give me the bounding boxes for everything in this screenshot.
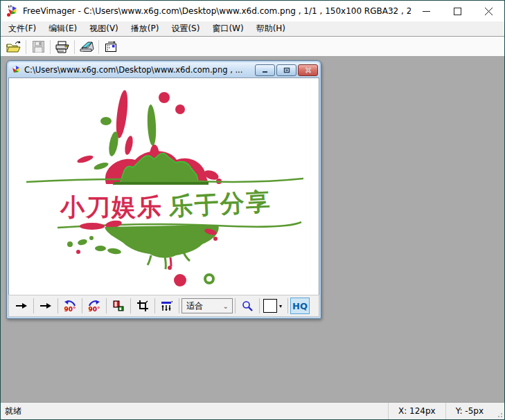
mdi-client-area: C:\Users\www.x6g.com\Desktop\www.x6d.com… <box>1 56 504 403</box>
image-window-title: C:\Users\www.x6g.com\Desktop\www.x6d.com… <box>24 65 254 75</box>
scan-button[interactable] <box>77 39 96 55</box>
crop-icon <box>137 300 148 311</box>
child-restore-icon <box>283 67 290 73</box>
chevron-down-icon: ⌄ <box>223 302 229 310</box>
toolbar-separator <box>98 40 99 54</box>
toolbar-separator <box>50 40 51 54</box>
menu-bar: 文件(F) 编辑(E) 视图(V) 播放(P) 设置(S) 窗口(W) 帮助(H… <box>1 21 504 37</box>
open-icon <box>6 41 21 53</box>
print-button[interactable] <box>53 39 72 55</box>
close-icon <box>485 8 493 15</box>
cursor-y-value: Y: -5px <box>456 406 484 416</box>
prev-icon <box>16 302 27 310</box>
color-depth-icon <box>113 300 124 311</box>
open-button[interactable] <box>4 39 24 55</box>
child-minimize-button[interactable] <box>255 64 275 76</box>
crop-button[interactable] <box>133 297 152 315</box>
menu-settings[interactable]: 设置(S) <box>165 21 206 36</box>
menu-play[interactable]: 播放(P) <box>125 21 166 36</box>
color-depth-button[interactable] <box>109 297 128 315</box>
save-icon <box>33 41 44 53</box>
image-window[interactable]: C:\Users\www.x6g.com\Desktop\www.x6d.com… <box>6 60 321 319</box>
levels-icon <box>161 301 173 311</box>
resize-grip[interactable] <box>493 403 504 419</box>
toolbar-separator <box>33 298 34 313</box>
child-minimize-icon <box>262 67 268 73</box>
minimize-icon <box>423 8 430 15</box>
main-toolbar <box>1 37 504 56</box>
rotate-left-button[interactable]: 90° <box>60 297 80 315</box>
cursor-y-cell: Y: -5px <box>445 403 493 419</box>
zoom-mode-select[interactable]: 适合 ⌄ <box>181 298 233 313</box>
toolbar-separator <box>179 298 179 313</box>
child-restore-button[interactable] <box>276 64 296 76</box>
menu-view[interactable]: 视图(V) <box>83 21 125 36</box>
magnifier-button[interactable] <box>238 297 257 315</box>
maximize-button[interactable] <box>442 1 473 21</box>
window-controls <box>411 1 504 21</box>
rotate-left-label: 90° <box>64 307 76 312</box>
next-image-button[interactable] <box>36 297 55 315</box>
cursor-x-cell: X: 124px <box>388 403 445 419</box>
app-logo-icon <box>6 5 19 17</box>
next-icon <box>40 302 51 310</box>
child-close-icon <box>305 67 312 73</box>
menu-help[interactable]: 帮助(H) <box>250 21 292 36</box>
toolbar-separator <box>287 298 288 313</box>
minimize-button[interactable] <box>411 1 442 21</box>
hq-toggle-button[interactable]: HQ <box>290 298 310 314</box>
splash-image: 小刀娱乐 乐于分享 <box>9 78 319 294</box>
magnifier-icon <box>242 300 253 311</box>
image-toolbar: 90° 90° <box>8 295 319 317</box>
toolbar-separator <box>259 298 260 313</box>
close-button[interactable] <box>473 1 504 21</box>
prev-image-button[interactable] <box>12 297 31 315</box>
zoom-mode-value: 适合 <box>186 300 203 312</box>
toolbar-separator <box>235 298 236 313</box>
caption-green: 乐于分享 <box>168 188 272 221</box>
window-title: FreeVimager - C:\Users\www.x6g.com\Deskt… <box>23 6 411 16</box>
rotate-right-button[interactable]: 90° <box>85 297 104 315</box>
save-button[interactable] <box>28 39 48 55</box>
scan-icon <box>80 41 94 53</box>
image-canvas[interactable]: 小刀娱乐 乐于分享 <box>8 77 319 295</box>
title-bar: FreeVimager - C:\Users\www.x6g.com\Deskt… <box>1 1 504 21</box>
toolbar-separator <box>57 298 58 313</box>
image-window-titlebar[interactable]: C:\Users\www.x6g.com\Desktop\www.x6d.com… <box>8 62 319 77</box>
menu-file[interactable]: 文件(F) <box>2 21 42 36</box>
background-swatch <box>263 299 277 313</box>
cursor-x-value: X: 124px <box>398 406 436 416</box>
rotate-right-label: 90° <box>88 307 100 312</box>
background-color-button[interactable]: ▾ <box>262 297 285 315</box>
batch-button[interactable] <box>101 39 121 55</box>
status-text: 就绪 <box>1 405 388 417</box>
swatch-dropdown-arrow[interactable]: ▾ <box>277 299 284 313</box>
menu-window[interactable]: 窗口(W) <box>206 21 249 36</box>
image-window-icon <box>11 65 21 75</box>
resize-grip-icon <box>493 403 504 419</box>
maximize-icon <box>454 8 461 15</box>
freevimager-window: FreeVimager - C:\Users\www.x6g.com\Deskt… <box>0 0 505 420</box>
toolbar-separator <box>26 40 26 54</box>
child-close-button[interactable] <box>298 64 318 76</box>
toolbar-separator <box>106 298 107 313</box>
toolbar-separator <box>82 298 82 313</box>
status-bar: 就绪 X: 124px Y: -5px <box>1 402 504 419</box>
toolbar-separator <box>130 298 131 313</box>
menu-edit[interactable]: 编辑(E) <box>42 21 83 36</box>
batch-icon <box>104 41 118 53</box>
toolbar-separator <box>154 298 155 313</box>
levels-button[interactable] <box>157 297 177 315</box>
print-icon <box>55 41 69 53</box>
caption-red: 小刀娱乐 <box>60 193 163 221</box>
toolbar-separator <box>74 40 75 54</box>
